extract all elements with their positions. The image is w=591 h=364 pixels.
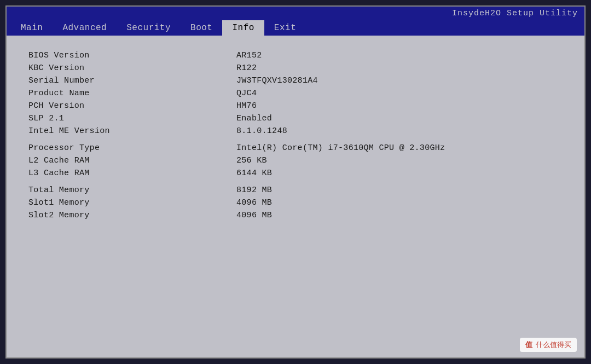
nav-bar: MainAdvancedSecurityBootInfoExit xyxy=(7,20,584,36)
nav-item-advanced[interactable]: Advanced xyxy=(53,20,117,36)
info-row: Slot1 Memory4096 MB xyxy=(28,198,563,207)
info-row: BIOS VersionAR152 xyxy=(28,51,563,60)
info-label: L2 Cache RAM xyxy=(28,156,236,165)
info-table: BIOS VersionAR152KBC VersionR122Serial N… xyxy=(28,51,563,220)
info-row: Serial NumberJW3TFQXV130281A4 xyxy=(28,76,563,85)
title-bar: InsydeH2O Setup Utility xyxy=(7,7,584,20)
info-row: Slot2 Memory4096 MB xyxy=(28,211,563,220)
content-area: BIOS VersionAR152KBC VersionR122Serial N… xyxy=(7,36,584,348)
info-label: PCH Version xyxy=(28,101,236,111)
info-row: SLP 2.1Enabled xyxy=(28,114,563,123)
bios-screen: InsydeH2O Setup Utility MainAdvancedSecu… xyxy=(5,5,586,359)
info-label: Serial Number xyxy=(28,76,236,85)
info-row: L3 Cache RAM6144 KB xyxy=(28,169,563,178)
info-label: Slot1 Memory xyxy=(28,198,236,207)
info-value: R122 xyxy=(236,63,257,73)
info-row: Processor TypeIntel(R) Core(TM) i7-3610Q… xyxy=(28,143,563,153)
info-row: PCH VersionHM76 xyxy=(28,101,563,111)
info-value: HM76 xyxy=(236,101,257,111)
info-label: Total Memory xyxy=(28,186,236,195)
info-value: Intel(R) Core(TM) i7-3610QM CPU @ 2.30GH… xyxy=(236,143,445,153)
title-text: InsydeH2O Setup Utility xyxy=(452,9,578,18)
info-value: 6144 KB xyxy=(236,169,272,178)
nav-item-boot[interactable]: Boot xyxy=(181,20,222,36)
info-label: L3 Cache RAM xyxy=(28,169,236,178)
info-value: 256 KB xyxy=(236,156,267,165)
info-row: Product NameQJC4 xyxy=(28,89,563,98)
nav-item-security[interactable]: Security xyxy=(117,20,181,36)
info-label: BIOS Version xyxy=(28,51,236,60)
watermark-icon: 值 xyxy=(525,340,532,350)
info-label: Intel ME Version xyxy=(28,126,236,136)
info-label: Product Name xyxy=(28,89,236,98)
info-row: L2 Cache RAM256 KB xyxy=(28,156,563,165)
watermark: 值 什么值得买 xyxy=(520,338,577,352)
info-row: Intel ME Version8.1.0.1248 xyxy=(28,126,563,136)
info-value: JW3TFQXV130281A4 xyxy=(236,76,318,85)
info-value: 8.1.0.1248 xyxy=(236,126,287,136)
nav-item-main[interactable]: Main xyxy=(11,20,53,36)
info-row: KBC VersionR122 xyxy=(28,63,563,73)
info-value: 4096 MB xyxy=(236,211,272,220)
info-value: 4096 MB xyxy=(236,198,272,207)
nav-item-exit[interactable]: Exit xyxy=(264,20,306,36)
info-value: Enabled xyxy=(236,114,272,123)
nav-item-info[interactable]: Info xyxy=(222,20,264,36)
info-label: Processor Type xyxy=(28,143,236,153)
info-label: KBC Version xyxy=(28,63,236,73)
watermark-text: 什么值得买 xyxy=(536,340,571,350)
info-label: SLP 2.1 xyxy=(28,114,236,123)
info-value: QJC4 xyxy=(236,89,257,98)
info-row: Total Memory8192 MB xyxy=(28,186,563,195)
info-value: 8192 MB xyxy=(236,186,272,195)
info-label: Slot2 Memory xyxy=(28,211,236,220)
info-value: AR152 xyxy=(236,51,262,60)
